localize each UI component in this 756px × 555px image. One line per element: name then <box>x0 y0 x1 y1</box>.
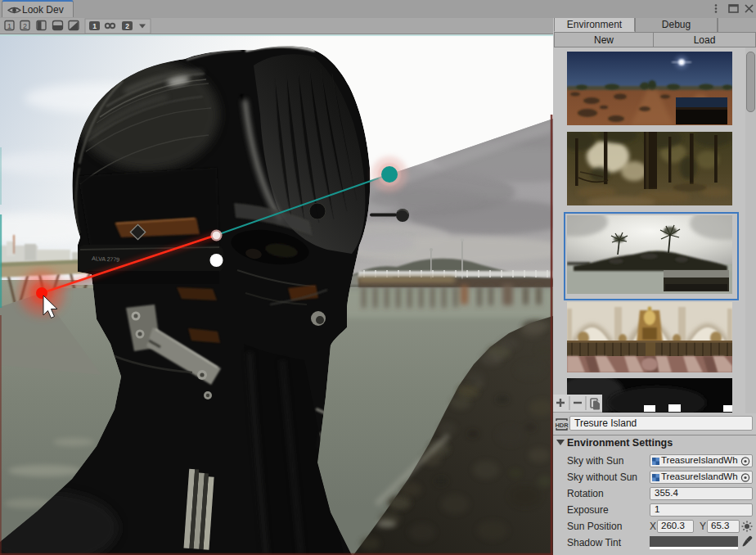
svg-text:1: 1 <box>92 22 97 30</box>
svg-text:2: 2 <box>125 22 129 30</box>
svg-text:HDR: HDR <box>555 422 569 429</box>
svg-text:1: 1 <box>7 22 11 30</box>
svg-text:2: 2 <box>23 22 27 30</box>
